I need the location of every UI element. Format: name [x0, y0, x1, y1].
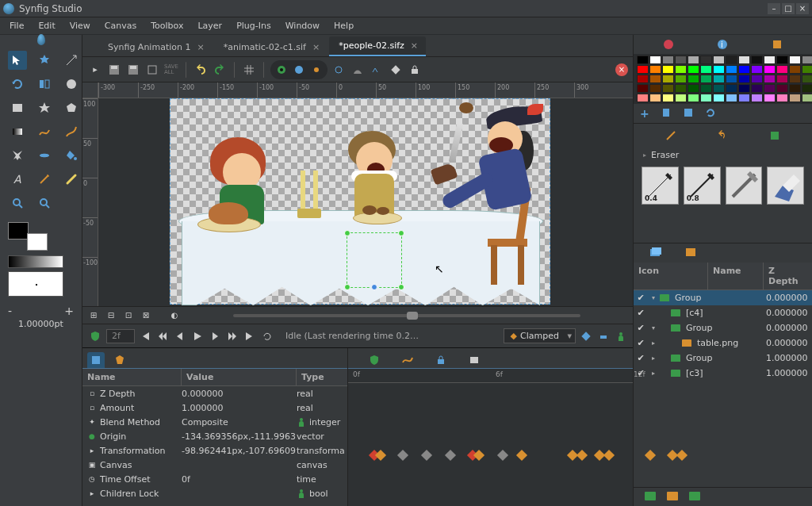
width-tool[interactable]	[35, 146, 54, 165]
layer-row[interactable]: ✔▾Group0.000000	[634, 290, 812, 305]
prev-key-icon[interactable]	[155, 329, 170, 343]
tl-tab-sets[interactable]	[467, 353, 481, 367]
canvas-area[interactable]: -300-250-200-150-100-5005010015020025030…	[82, 82, 633, 306]
param-row[interactable]: ▸Transformation-98.962441px,-107.69609tr…	[82, 443, 347, 458]
layer-row[interactable]: ✔▸table.png0.000000	[634, 335, 812, 351]
menu-layer[interactable]: Layer	[191, 19, 228, 33]
palette-cell[interactable]	[789, 56, 801, 64]
close-icon[interactable]: ×	[312, 42, 320, 52]
palette-cell[interactable]	[688, 94, 699, 102]
palette-cell[interactable]	[764, 94, 776, 102]
palette-cell[interactable]	[662, 75, 674, 83]
palette-cell[interactable]	[726, 65, 737, 74]
cutout-tool[interactable]	[8, 146, 27, 165]
spline-tool[interactable]	[35, 122, 54, 141]
handle-bl[interactable]	[344, 284, 350, 290]
close-canvas-icon[interactable]: ×	[615, 63, 628, 76]
foreground-color[interactable]	[8, 222, 29, 240]
minimize-button[interactable]: –	[768, 3, 780, 14]
brush-tab-draw[interactable]	[665, 130, 676, 144]
palette-cell[interactable]	[713, 56, 725, 64]
tl-tab-timetrack[interactable]	[367, 353, 381, 367]
palette-cell[interactable]	[726, 75, 737, 83]
onion-next-icon[interactable]	[308, 62, 324, 78]
pal-save-icon[interactable]	[683, 107, 694, 121]
brush-tab-undo[interactable]	[717, 130, 728, 144]
layer-row[interactable]: ✔[c4]0.000000	[634, 305, 812, 320]
palette-cell[interactable]	[713, 65, 725, 74]
current-frame-field[interactable]: 2f	[106, 329, 135, 343]
brush-tool[interactable]	[62, 170, 81, 189]
palette-cell[interactable]	[649, 94, 661, 102]
save-icon[interactable]	[106, 62, 122, 78]
handle-tl[interactable]	[344, 230, 350, 236]
palette-cell[interactable]	[776, 56, 788, 64]
palette-cell[interactable]	[700, 84, 712, 93]
saveall-icon[interactable]: SAVEALL	[163, 62, 179, 78]
palette-cell[interactable]	[764, 65, 776, 74]
palette-cell[interactable]	[649, 65, 661, 74]
menu-help[interactable]: Help	[327, 19, 360, 33]
palette-cell[interactable]	[700, 65, 712, 74]
palette-tab-nav[interactable]	[770, 37, 784, 52]
palette-cell[interactable]	[675, 94, 687, 102]
palette-cell[interactable]	[662, 84, 674, 93]
palette-cell[interactable]	[802, 75, 812, 83]
brush-preset-1[interactable]: 0.8	[684, 167, 721, 205]
snap-grid-icon[interactable]: ⊞	[87, 309, 100, 322]
palette-cell[interactable]	[751, 56, 763, 64]
doc-tab-2[interactable]: *people-02.sifz×	[329, 36, 426, 56]
size-increase[interactable]: +	[64, 305, 74, 317]
palette-cell[interactable]	[662, 65, 674, 74]
palette-tab-colors[interactable]	[661, 37, 676, 52]
palette-cell[interactable]	[802, 84, 812, 93]
menu-caret-icon[interactable]: ▸	[87, 62, 103, 78]
star-tool[interactable]	[35, 98, 54, 117]
palette-cell[interactable]	[789, 65, 801, 74]
keyframe-icon[interactable]	[388, 62, 404, 78]
canvas[interactable]: ↖	[170, 98, 550, 305]
palette-cell[interactable]	[637, 84, 649, 93]
sketch-tool[interactable]	[35, 170, 54, 189]
palette-cell[interactable]	[738, 56, 750, 64]
preview-icon[interactable]	[350, 62, 366, 78]
palette-cell[interactable]	[764, 56, 776, 64]
palette-cell[interactable]	[688, 84, 699, 93]
loop-icon[interactable]	[260, 329, 274, 343]
palette-cell[interactable]	[776, 84, 788, 93]
palette-tab-info[interactable]: i	[715, 37, 730, 52]
palette-cell[interactable]	[764, 84, 776, 93]
shield-icon[interactable]	[87, 328, 103, 344]
draw-tool[interactable]	[62, 122, 81, 141]
layers-tab-library[interactable]	[684, 247, 697, 260]
render-icon[interactable]	[331, 62, 347, 78]
background-color[interactable]	[27, 233, 48, 251]
export-icon[interactable]	[144, 62, 160, 78]
next-frame-icon[interactable]	[208, 329, 222, 343]
palette-cell[interactable]	[802, 65, 812, 74]
grid-icon[interactable]	[241, 62, 257, 78]
doc-tab-0[interactable]: Synfig Animation 1×	[98, 38, 213, 56]
lock-icon[interactable]	[407, 62, 423, 78]
palette-cell[interactable]	[675, 56, 687, 64]
scale-tool[interactable]	[62, 51, 81, 70]
eraser-toggle[interactable]: ▸Eraser	[637, 147, 809, 163]
param-row[interactable]: ✦Blend MethodCompositeinteger	[82, 415, 347, 429]
palette-cell[interactable]	[688, 75, 699, 83]
prev-frame-icon[interactable]	[173, 329, 187, 343]
palette-cell[interactable]	[726, 94, 737, 102]
palette-cell[interactable]	[751, 94, 763, 102]
param-row[interactable]: ●Origin-134.369356px,-111.9963vector	[82, 429, 347, 443]
brush-tab-save[interactable]	[769, 130, 780, 144]
palette-cell[interactable]	[637, 65, 649, 74]
palette-cell[interactable]	[700, 94, 712, 102]
color-swatches[interactable]	[8, 222, 48, 251]
keyframe-lock-icon[interactable]	[579, 329, 593, 343]
layer-dup-icon[interactable]	[667, 492, 680, 503]
param-row[interactable]: ▫Z Depth0.000000real	[82, 386, 347, 401]
seek-end-icon[interactable]	[243, 329, 257, 343]
palette-cell[interactable]	[726, 56, 737, 64]
param-row[interactable]: ▫Amount1.000000real	[82, 401, 347, 415]
palette-cell[interactable]	[738, 84, 750, 93]
seek-start-icon[interactable]	[138, 329, 152, 343]
